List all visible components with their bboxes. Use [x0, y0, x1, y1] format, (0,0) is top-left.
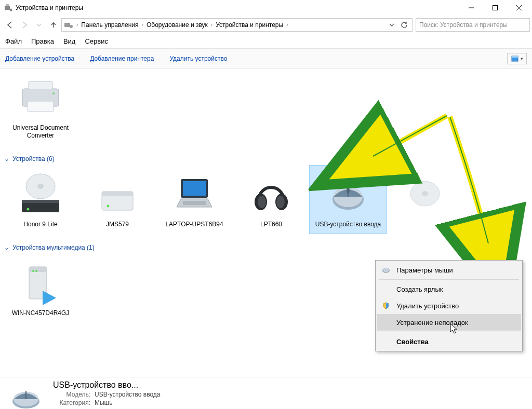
address-box[interactable]: › Панель управления › Оборудование и зву… — [61, 18, 413, 32]
breadcrumb-root[interactable]: Панель управления — [81, 21, 138, 29]
shield-icon — [381, 302, 391, 309]
ctx-label: Параметры мыши — [396, 266, 453, 274]
chevron-right-icon: › — [76, 22, 78, 28]
separator — [379, 279, 519, 280]
titlebar-icon — [4, 4, 12, 12]
cmd-add-printer[interactable]: Добавление принтера — [90, 55, 154, 62]
device-item-jms579[interactable]: JMS579 — [79, 166, 156, 234]
ctx-label: Свойства — [396, 338, 429, 346]
ctx-label: Создать ярлык — [396, 285, 443, 293]
svg-marker-41 — [43, 291, 56, 305]
menu-file[interactable]: Файл — [5, 37, 22, 45]
details-title: USB-устройство вво... — [53, 380, 161, 390]
details-meta: USB-устройство вво... Модель: USB-устрой… — [53, 380, 161, 409]
refresh-button[interactable] — [398, 19, 410, 31]
device-label: LPT660 — [260, 221, 282, 228]
address-dropdown[interactable] — [386, 19, 397, 31]
svg-rect-7 — [64, 23, 70, 27]
menu-view[interactable]: Вид — [63, 37, 76, 45]
breadcrumb-devices[interactable]: Устройства и принтеры — [216, 21, 283, 29]
svg-rect-12 — [29, 81, 52, 90]
ctx-troubleshoot[interactable]: Устранение неполадок — [377, 314, 521, 331]
details-category-label: Категория: — [53, 399, 90, 406]
group-multimedia[interactable]: ⌄ Устройства мультимедиа (1) — [2, 241, 530, 254]
chevron-down-icon: ⌄ — [4, 244, 9, 251]
svg-rect-18 — [22, 200, 59, 203]
printers-items: Universal Document Converter — [2, 69, 530, 152]
ctx-properties[interactable]: Свойства — [377, 333, 521, 350]
chevron-right-icon: › — [211, 22, 212, 28]
ctx-mouse-params[interactable]: Параметры мыши — [377, 262, 521, 278]
device-label: LAPTOP-UPST6B94 — [165, 221, 223, 228]
device-label: Honor 9 Lite — [23, 221, 57, 228]
address-row: › Панель управления › Оборудование и зву… — [0, 16, 532, 34]
details-pane: USB-устройство вво... Модель: USB-устрой… — [0, 377, 532, 409]
device-item-honor[interactable]: Honor 9 Lite — [2, 166, 79, 234]
command-bar: Добавление устройства Добавление принтер… — [0, 48, 532, 69]
media-server-icon — [16, 260, 65, 306]
close-button[interactable] — [507, 0, 531, 16]
menu-service[interactable]: Сервис — [85, 37, 108, 45]
svg-point-8 — [70, 25, 73, 28]
svg-point-2 — [10, 9, 12, 11]
ctx-remove-device[interactable]: Удалить устройство — [377, 297, 521, 314]
device-label: WIN-NC457D4R4GJ — [12, 309, 70, 317]
svg-point-34 — [347, 187, 350, 194]
group-devices[interactable]: ⌄ Устройства (6) — [2, 152, 530, 166]
svg-rect-4 — [493, 6, 498, 10]
svg-point-44 — [383, 268, 390, 272]
search-input[interactable]: Поиск: Устройства и принтеры — [416, 18, 530, 32]
window-controls — [459, 0, 531, 16]
minimize-button[interactable] — [459, 0, 483, 16]
device-label: USB-устройство ввода — [315, 221, 381, 228]
svg-rect-24 — [183, 181, 206, 196]
svg-point-30 — [276, 196, 285, 208]
device-label: Universal Document Converter — [7, 124, 74, 140]
view-mode-button[interactable]: ▾ — [507, 53, 527, 64]
up-button[interactable] — [47, 18, 60, 32]
forward-button[interactable] — [18, 18, 31, 32]
ctx-create-shortcut[interactable]: Создать ярлык — [377, 281, 521, 297]
mouse-icon — [381, 267, 391, 273]
disk-drive-icon — [16, 171, 65, 217]
details-model-label: Модель: — [53, 391, 90, 398]
svg-point-14 — [52, 92, 55, 94]
cmd-remove-device[interactable]: Удалить устройство — [169, 55, 227, 62]
back-button[interactable] — [3, 18, 17, 32]
laptop-icon — [169, 171, 219, 217]
svg-rect-13 — [28, 101, 54, 112]
recent-dropdown[interactable] — [32, 18, 46, 32]
devices-items: Honor 9 Lite JMS579 — [2, 166, 530, 241]
svg-point-29 — [258, 196, 266, 208]
chevron-down-icon: ▾ — [521, 56, 523, 61]
svg-point-19 — [27, 208, 30, 211]
device-item-udc[interactable]: Universal Document Converter — [2, 69, 79, 145]
menubar: Файл Правка Вид Сервис — [0, 34, 532, 48]
svg-point-40 — [35, 270, 37, 272]
window-title: Устройства и принтеры — [16, 4, 83, 11]
device-item-laptop[interactable]: LAPTOP-UPST6B94 — [156, 166, 233, 234]
external-drive-icon — [92, 171, 142, 217]
chevron-right-icon: › — [142, 22, 143, 28]
menu-edit[interactable]: Правка — [31, 37, 54, 45]
search-placeholder: Поиск: Устройства и принтеры — [419, 21, 508, 29]
group-multimedia-label: Устройства мультимедиа (1) — [12, 244, 95, 251]
svg-point-39 — [32, 270, 34, 272]
svg-rect-0 — [5, 6, 10, 10]
svg-rect-10 — [512, 56, 518, 58]
device-item-hidden[interactable] — [387, 166, 463, 234]
group-devices-label: Устройства (6) — [12, 155, 55, 162]
maximize-button[interactable] — [483, 0, 507, 16]
disc-icon — [400, 171, 450, 217]
cmd-add-device[interactable]: Добавление устройства — [5, 55, 74, 62]
device-label: JMS579 — [106, 221, 129, 228]
breadcrumb-hardware[interactable]: Оборудование и звук — [147, 21, 208, 29]
device-item-lpt660[interactable]: LPT660 — [233, 166, 310, 234]
printer-icon — [16, 74, 65, 121]
svg-rect-21 — [102, 192, 133, 196]
device-item-mediaserver[interactable]: WIN-NC457D4R4GJ — [2, 254, 79, 322]
chevron-down-icon: ⌄ — [4, 155, 9, 162]
device-item-usb-mouse[interactable]: USB-устройство ввода — [310, 166, 387, 234]
svg-rect-26 — [183, 201, 206, 205]
ctx-label: Удалить устройство — [396, 302, 459, 310]
